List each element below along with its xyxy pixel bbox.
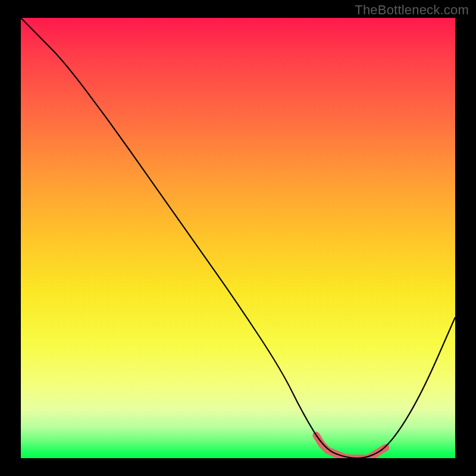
plot-area [21,18,455,458]
watermark-text: TheBottleneck.com [355,2,469,18]
chart-frame: TheBottleneck.com [0,0,476,476]
bottleneck-curve [21,18,455,458]
